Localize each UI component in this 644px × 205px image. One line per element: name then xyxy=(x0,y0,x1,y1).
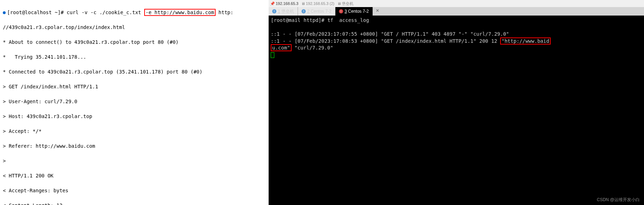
add-tab-button[interactable]: ✕ xyxy=(373,7,382,16)
shell-prompt: [root@mail httpd]# xyxy=(271,17,327,23)
right-terminal-pane: 📌192.168.65.3 🖥192.168.65.3 (2) 🖥堡垒机 ! 1… xyxy=(269,0,644,205)
command-text: tf access_log xyxy=(327,17,369,23)
terminal-line: //439c0a21.r3.cpolar.top/index/index.htm… xyxy=(3,24,266,31)
terminal-tab-bar: ! 1 堡垒机 ! 2 Centos 7-2 ! 3 Centos 7-2 ✕ xyxy=(269,7,644,16)
blank-line xyxy=(271,24,274,30)
alert-icon: ! xyxy=(339,9,343,13)
highlighted-referer-option: -e http://www.baidu.com xyxy=(144,9,216,16)
terminal-cursor xyxy=(271,52,274,58)
terminal-line: < Accept-Ranges: bytes xyxy=(3,187,266,194)
left-terminal-pane: [root@localhost ~]# curl -v -c ./cookie_… xyxy=(0,0,269,205)
terminal-line: > GET /index/index.html HTTP/1.1 xyxy=(3,83,266,90)
monitor-icon: 🖥 xyxy=(301,1,305,6)
terminal-output[interactable]: [root@mail httpd]# tf access_log ::1 - -… xyxy=(269,16,644,205)
window-title-bar: 📌192.168.65.3 🖥192.168.65.3 (2) 🖥堡垒机 xyxy=(269,0,644,7)
terminal-line: > User-Agent: curl/7.29.0 xyxy=(3,98,266,105)
tab-centos-2-active[interactable]: ! 3 Centos 7-2 xyxy=(335,7,373,16)
log-line: ::1 - - [07/Feb/2023:17:07:55 +0800] "GE… xyxy=(271,31,509,37)
log-line: ::1 - - [07/Feb/2023:17:08:53 +0800] "GE… xyxy=(271,37,551,45)
title-bar-host[interactable]: 🖥堡垒机 xyxy=(337,1,353,6)
terminal-line: * About to connect() to 439c0a21.r3.cpol… xyxy=(3,39,266,46)
terminal-line: < HTTP/1.1 200 OK xyxy=(3,172,266,180)
pin-icon: 📌 xyxy=(270,1,275,6)
info-icon: ! xyxy=(272,9,276,13)
title-bar-host[interactable]: 📌192.168.65.3 xyxy=(270,1,298,6)
terminal-line: > Accept: */* xyxy=(3,128,266,135)
active-line-bullet xyxy=(3,11,6,14)
tab-bastion[interactable]: ! 1 堡垒机 xyxy=(269,7,298,16)
terminal-line[interactable]: [root@localhost ~]# curl -v -c ./cookie_… xyxy=(3,9,266,16)
terminal-line: * Connected to 439c0a21.r3.cpolar.top (3… xyxy=(3,68,266,76)
highlighted-referer: u.com" xyxy=(271,44,292,51)
command-text: curl -v -c ./cookie_c.txt xyxy=(67,10,144,15)
highlighted-referer: "http://www.baid xyxy=(500,37,551,45)
log-line: u.com" "curl/7.29.0" xyxy=(271,44,333,51)
watermark-text: CSDN @运维开发小白 xyxy=(597,197,640,203)
terminal-line: < Content-Length: 12 xyxy=(3,202,266,205)
terminal-line: > xyxy=(3,157,266,165)
terminal-line: > Referer: http://www.baidu.com xyxy=(3,142,266,150)
info-icon: ! xyxy=(301,9,306,13)
terminal-line: * Trying 35.241.101.178... xyxy=(3,53,266,61)
command-text: http: xyxy=(216,10,234,15)
monitor-icon: 🖥 xyxy=(337,1,341,6)
terminal-line: > Host: 439c0a21.r3.cpolar.top xyxy=(3,113,266,120)
shell-prompt: [root@localhost ~]# xyxy=(7,10,67,15)
tab-centos-1[interactable]: ! 2 Centos 7-2 xyxy=(298,7,335,16)
title-bar-host[interactable]: 🖥192.168.65.3 (2) xyxy=(301,1,334,6)
